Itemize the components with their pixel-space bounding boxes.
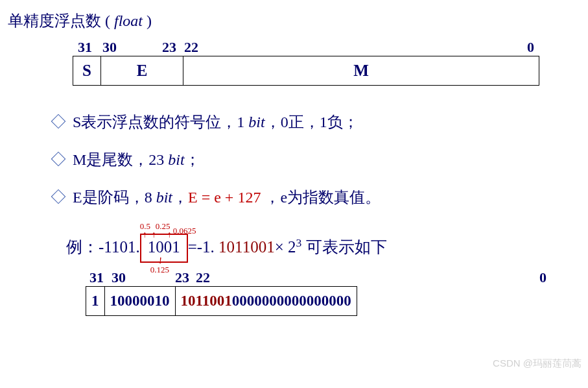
text-tail: 可表示如下 xyxy=(301,238,386,256)
float-layout: 31 30 23 22 0 S E M xyxy=(73,38,580,86)
encoded-table: 1 10000010 10110010000000000000000 xyxy=(86,286,357,316)
text-e-sep: ， xyxy=(172,189,188,206)
text-s-bit: bit xyxy=(248,114,265,130)
frac-rest: 0000000000000000 xyxy=(232,293,351,309)
title-cn: 单精度浮点数 ( xyxy=(8,12,114,29)
label-30: 30 xyxy=(102,39,117,56)
text-m: M是尾数，23 xyxy=(73,151,168,168)
example-boxed-bits: 1001 xyxy=(148,238,180,256)
cell-S: S xyxy=(73,56,101,86)
label-31: 31 xyxy=(89,269,104,286)
label-0: 0 xyxy=(527,39,534,56)
page-title: 单精度浮点数 ( float ) xyxy=(8,10,580,31)
cell-M: M xyxy=(183,56,539,86)
text-e-tail: ，e为指数真值。 xyxy=(265,189,381,206)
bullet-E: E是阶码，8 bit，E = e + 127 ，e为指数真值。 xyxy=(53,187,580,208)
cell-frac: 10110010000000000000000 xyxy=(175,287,357,316)
example-red-fraction: 1011001 xyxy=(218,238,275,256)
arrow-up-icon: ↑ xyxy=(152,230,156,239)
text-e-formula: E = e + 127 xyxy=(188,189,265,206)
bullet-M: M是尾数，23 bit； xyxy=(53,149,580,170)
label-23: 23 xyxy=(162,39,176,56)
text-s-tail: ，0正，1负； xyxy=(265,114,359,130)
diamond-icon xyxy=(51,152,66,167)
cell-sign: 1 xyxy=(86,287,105,316)
float-fields-table: S E M xyxy=(73,56,539,86)
label-30: 30 xyxy=(112,269,126,286)
text-m-bit: bit xyxy=(168,151,184,168)
text-e-bit: bit xyxy=(156,189,172,206)
label-22: 22 xyxy=(196,269,210,286)
cell-exp: 10000010 xyxy=(104,287,175,316)
diamond-icon xyxy=(51,114,66,129)
text-after-box: =-1. xyxy=(188,238,218,256)
example-prefix: 例：-1101. xyxy=(66,238,140,256)
bit-index-row-bottom: 31 30 23 22 0 xyxy=(86,268,552,286)
example-line: 例：-1101. 0.5 0.25 0.0625 ↑ ↑ ↑ 1001 0.12… xyxy=(66,234,580,263)
arrow-up-icon: ↑ xyxy=(167,230,172,239)
label-22: 22 xyxy=(184,39,198,56)
text-m-tail: ； xyxy=(185,151,200,168)
bullet-list: S表示浮点数的符号位，1 bit，0正，1负； M是尾数，23 bit； E是阶… xyxy=(8,112,580,208)
label-0: 0 xyxy=(539,269,547,286)
bit-index-row-top: 31 30 23 22 0 xyxy=(73,38,539,56)
example-red-box: 0.5 0.25 0.0625 ↑ ↑ ↑ 1001 0.125 ➚ xyxy=(140,234,188,263)
diamond-icon xyxy=(51,189,66,204)
watermark-csdn: CSDN @玛丽莲茼蒿 xyxy=(493,358,582,370)
frac-red: 1011001 xyxy=(181,293,232,309)
title-end: ) xyxy=(143,12,152,29)
encoded-block: 31 30 23 22 0 1 10000010 101100100000000… xyxy=(86,268,580,316)
text-s: S表示浮点数的符号位，1 xyxy=(73,114,248,130)
text-exp: 3 xyxy=(296,236,302,249)
arrow-up-icon: ↑ xyxy=(143,230,147,239)
anno-0-0625: 0.0625 xyxy=(173,226,196,235)
text-times: × 2 xyxy=(275,238,296,256)
cell-E: E xyxy=(101,56,183,86)
title-float: float xyxy=(114,12,143,29)
text-e-pre: E是阶码，8 xyxy=(73,189,156,206)
label-23: 23 xyxy=(175,269,189,286)
bullet-S: S表示浮点数的符号位，1 bit，0正，1负； xyxy=(53,112,580,132)
label-31: 31 xyxy=(78,39,92,56)
